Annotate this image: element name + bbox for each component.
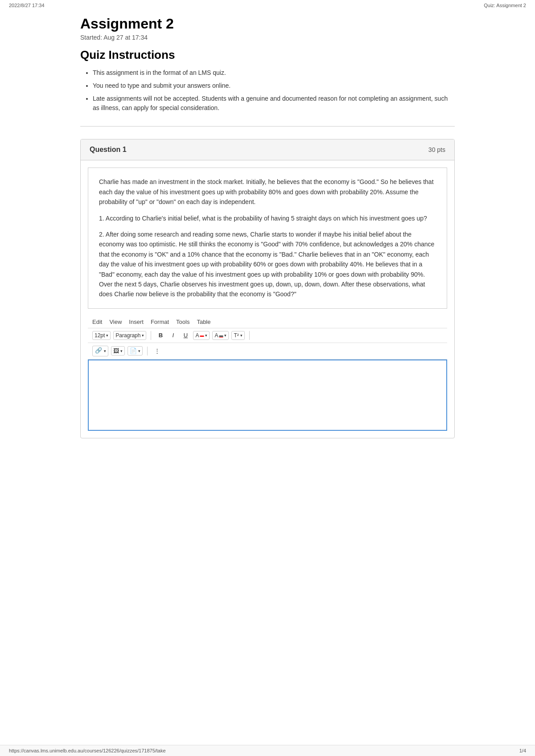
font-color-chevron: ▾ <box>205 333 207 338</box>
superscript-select[interactable]: T² ▾ <box>231 331 244 340</box>
editor-content-area[interactable] <box>88 360 447 431</box>
paragraph-value: Paragraph <box>115 332 140 339</box>
question-1-points: 30 pts <box>428 146 445 153</box>
toolbar-divider-2 <box>249 331 250 340</box>
link-select[interactable]: 🔗 ▾ <box>92 346 108 356</box>
editor-menu-insert[interactable]: Insert <box>129 319 144 325</box>
list-item: This assignment is in the format of an L… <box>93 68 455 78</box>
question-1-card: Question 1 30 pts Charlie has made an in… <box>80 139 455 438</box>
editor-menu-format[interactable]: Format <box>151 319 169 325</box>
paragraph-chevron: ▾ <box>142 333 144 338</box>
highlight-underline: ▬ <box>219 333 223 338</box>
link-icon: 🔗 <box>95 347 103 355</box>
more-options-button[interactable]: ⋮ <box>152 347 162 355</box>
underline-button[interactable]: U <box>181 331 190 339</box>
editor-toolbar-row1: 12pt ▾ Paragraph ▾ B I U A ▬ ▾ A <box>88 328 447 343</box>
browser-page-title: Quiz: Assignment 2 <box>484 3 526 8</box>
browser-timestamp: 2022/8/27 17:34 <box>9 3 45 8</box>
font-color-label: A <box>195 332 199 339</box>
toolbar-divider-1 <box>151 331 151 340</box>
font-size-chevron: ▾ <box>106 333 108 338</box>
highlight-chevron: ▾ <box>224 333 226 338</box>
highlight-label: A <box>214 332 218 339</box>
instructions-list: This assignment is in the format of an L… <box>80 68 455 113</box>
link-chevron: ▾ <box>104 349 106 353</box>
font-color-bar: ▬ <box>200 333 204 338</box>
question-1-paragraph-1: Charlie has made an investment in the st… <box>99 177 436 207</box>
quiz-instructions-title: Quiz Instructions <box>80 48 455 62</box>
font-size-value: 12pt <box>95 332 105 339</box>
question-1-paragraph-2: 1. According to Charlie's initial belief… <box>99 213 436 223</box>
font-size-select[interactable]: 12pt ▾ <box>92 331 111 340</box>
browser-bar: 2022/8/27 17:34 Quiz: Assignment 2 <box>0 0 535 11</box>
editor-menu-bar: Edit View Insert Format Tools Table <box>88 316 447 328</box>
toolbar-divider-3 <box>147 347 148 356</box>
superscript-chevron: ▾ <box>240 333 243 338</box>
editor-toolbar-row2: 🔗 ▾ 🖼 ▾ 📄 ▾ ⋮ <box>88 343 447 360</box>
footer-url: https://canvas.lms.unimelb.edu.au/course… <box>9 748 166 753</box>
question-1-paragraph-3: 2. After doing some research and reading… <box>99 229 436 299</box>
editor-menu-tools[interactable]: Tools <box>176 319 189 325</box>
paragraph-select[interactable]: Paragraph ▾ <box>113 331 146 340</box>
question-1-header: Question 1 30 pts <box>81 139 454 160</box>
question-1-body: Charlie has made an investment in the st… <box>88 168 447 308</box>
bold-button[interactable]: B <box>156 331 165 339</box>
embed-select[interactable]: 📄 ▾ <box>128 346 143 356</box>
editor-area[interactable]: Edit View Insert Format Tools Table 12pt… <box>88 316 447 431</box>
italic-button[interactable]: I <box>168 331 178 339</box>
image-select[interactable]: 🖼 ▾ <box>111 346 125 356</box>
superscript-label: T² <box>234 332 239 339</box>
editor-menu-edit[interactable]: Edit <box>92 319 102 325</box>
embed-chevron: ▾ <box>138 349 140 353</box>
footer-page-number: 1/4 <box>519 748 526 753</box>
page-wrapper: Assignment 2 Started: Aug 27 at 17:34 Qu… <box>54 11 482 465</box>
highlight-select[interactable]: A ▬ ▾ <box>212 331 229 340</box>
section-divider <box>80 126 455 127</box>
footer-bar: https://canvas.lms.unimelb.edu.au/course… <box>0 745 535 756</box>
editor-menu-table[interactable]: Table <box>197 319 210 325</box>
font-color-select[interactable]: A ▬ ▾ <box>193 331 210 340</box>
image-icon: 🖼 <box>113 347 119 354</box>
editor-menu-view[interactable]: View <box>109 319 122 325</box>
list-item: You need to type and submit your answers… <box>93 81 455 90</box>
started-text: Started: Aug 27 at 17:34 <box>80 34 455 41</box>
embed-icon: 📄 <box>130 347 137 354</box>
list-item: Late assignments will not be accepted. S… <box>93 94 455 113</box>
assignment-title: Assignment 2 <box>80 15 455 32</box>
question-1-label: Question 1 <box>90 146 127 154</box>
image-chevron: ▾ <box>120 349 123 353</box>
